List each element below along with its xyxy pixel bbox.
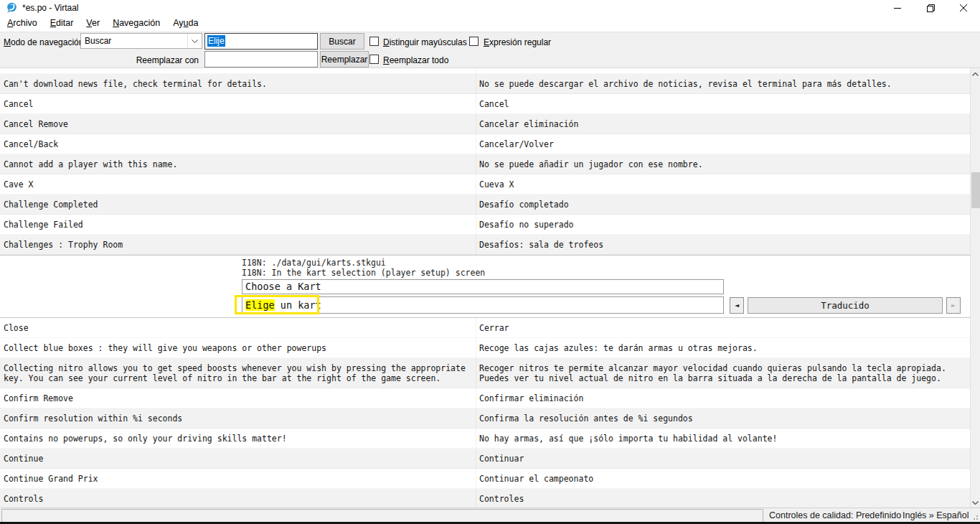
navigation-mode-select[interactable]: Buscar [80,33,202,49]
table-row[interactable]: Cancel RemoveCancelar eliminación [0,114,970,134]
target-text-box[interactable]: Elige un kart [242,296,724,314]
table-row[interactable]: Can't download news file, check terminal… [0,74,970,94]
target-cell: Desafíos: sala de trofeos [479,235,969,255]
target-cell: Continuar el campeonato [479,469,969,489]
menu-label-part: rchivo [13,18,37,28]
table-row[interactable]: ControlsControles [0,489,970,509]
navigation-toolbar: Modo de navegación: Buscar Elije Buscar … [0,32,980,68]
table-row[interactable]: Collecting nitro allows you to get speed… [0,358,970,388]
menu-label-part: avegación [119,18,160,28]
menu-label-part: E [50,18,56,28]
window-controls [881,0,980,16]
chevron-down-icon [187,34,202,48]
search-input-selected-text: Elije [207,35,225,47]
target-cell: Recoger nitros te permite alcanzar mayor… [479,358,969,388]
source-cell: Cave X [4,174,472,195]
source-cell [4,68,472,74]
vertical-scrollbar[interactable] [970,68,980,509]
table-row[interactable]: Confirm RemoveConfirmar eliminación [0,388,970,408]
table-row[interactable]: Cannot add a player with this name.No se… [0,154,970,174]
menu-label-part: da [189,18,199,28]
source-cell: Continue [4,449,472,469]
developer-comment-2: I18N: In the kart selection (player setu… [242,268,485,278]
target-cell: Cerrar [479,318,969,338]
source-text-box[interactable]: Choose a Kart [242,279,724,294]
target-rest-text: un kart [275,299,321,311]
source-cell: Cannot add a player with this name. [4,154,472,174]
unit-editor: I18N: ./data/gui/karts.stkgui I18N: In t… [0,255,970,318]
rows-above-editor: Can't download news file, check terminal… [0,68,970,255]
target-cell: Confirmar eliminación [479,388,969,408]
target-cell: No hay armas, así que ¡sólo importa tu h… [479,429,969,449]
table-row[interactable]: Continue Grand PrixContinuar el campeona… [0,469,970,489]
table-row[interactable]: Contains no powerups, so only your drivi… [0,429,970,449]
target-cell: Cancelar/Volver [479,134,969,154]
search-input[interactable]: Elije [204,33,318,50]
table-row[interactable]: CancelCancel [0,94,970,114]
target-cell: Cancelar eliminación [479,114,969,134]
navigation-mode-value: Buscar [85,36,111,46]
table-row[interactable]: Challenge CompletedDesafío completado [0,195,970,215]
menu-item-archivo[interactable]: Archivo [1,16,43,31]
target-cell: Desafío no superado [479,215,969,235]
menu-label-part: Ay [173,18,183,28]
quality-checks-status[interactable]: Controles de calidad: Predefinido [769,510,901,520]
target-cell: No se puede añadir un jugador con ese no… [479,154,969,174]
target-cell: Confirma la resolución antes de %i segun… [479,408,969,429]
translation-state-button[interactable]: Traducido [748,297,943,314]
minimize-button[interactable] [881,0,914,16]
table-row[interactable]: Collect blue boxes : they will give you … [0,338,970,358]
next-state-button[interactable]: ► [946,297,961,314]
table-row[interactable]: Challenge FailedDesafío no superado [0,215,970,235]
table-row[interactable]: ContinueContinuar [0,449,970,469]
table-row[interactable]: Cancel/BackCancelar/Volver [0,134,970,154]
target-cell: Desafío completado [479,195,969,215]
menu-item-navegación[interactable]: Navegación [107,16,166,31]
table-row[interactable]: Challenges : Trophy RoomDesafíos: sala d… [0,235,970,255]
replace-input[interactable] [204,51,318,67]
table-row[interactable]: Cave XCueva X [0,174,970,195]
language-pair-status[interactable]: Inglés » Español [903,510,969,520]
source-cell: Collect blue boxes : they will give you … [4,338,472,358]
close-button[interactable] [947,0,980,16]
menu-item-ver[interactable]: Ver [80,16,105,31]
maximize-button[interactable] [914,0,947,16]
source-cell: Collecting nitro allows you to get speed… [4,358,472,388]
source-cell: Challenge Failed [4,215,472,235]
source-cell: Continue Grand Prix [4,469,472,489]
source-cell: Confirm Remove [4,388,472,408]
title-bar: *es.po - Virtaal [0,0,980,16]
source-cell: Controls [4,489,472,509]
menu-label-part: er [92,18,100,28]
previous-state-button[interactable]: ◄ [730,297,744,314]
target-cell: Cancel [479,94,969,114]
menu-item-editar[interactable]: Editar [44,16,80,31]
regex-checkbox[interactable] [469,37,479,46]
menu-label-part: V [86,18,92,28]
replace-all-checkbox[interactable] [369,55,379,64]
scrollbar-thumb[interactable] [971,172,980,208]
replace-all-label: Reemplazar todo [383,55,448,65]
source-cell: Close [4,318,472,338]
table-row[interactable]: CloseCerrar [0,318,970,338]
search-button[interactable]: Buscar [320,33,364,50]
replace-button[interactable]: Reemplazar [320,51,369,67]
menu-label-part: u [184,18,189,28]
table-row[interactable]: Confirm resolution within %i secondsConf… [0,408,970,429]
developer-comment-1: I18N: ./data/gui/karts.stkgui [242,258,386,268]
menu-label-part: N [113,18,119,28]
menu-item-ayuda[interactable]: Ayuda [167,16,204,31]
search-match-text: Elige [245,299,275,311]
status-bar: Controles de calidad: Predefinido Inglés… [0,507,980,524]
target-cell: Controles [479,489,969,509]
target-cell: Continuar [479,449,969,469]
menu-bar: ArchivoEditarVerNavegaciónAyuda [0,16,980,32]
replace-with-label: Reemplazar con [72,55,199,65]
scroll-up-button[interactable] [971,68,980,80]
match-case-checkbox[interactable] [369,37,379,46]
virtaal-window: { "window": { "title": "*es.po - Virtaal… [0,0,980,524]
target-cell: Recoge las cajas azules: te darán armas … [479,338,969,358]
status-placeholder-box [1,509,763,523]
resize-grip-icon[interactable] [971,513,979,523]
table-row[interactable] [0,68,970,74]
